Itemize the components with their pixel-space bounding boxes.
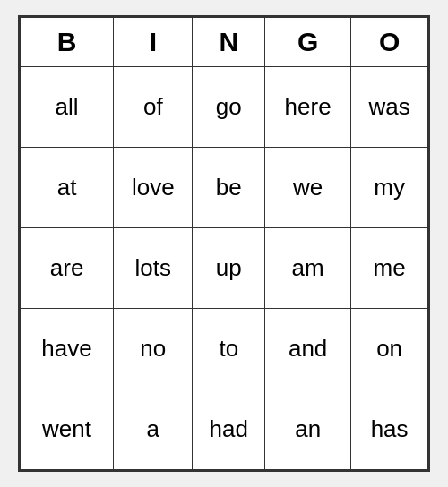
cell-1-1: love xyxy=(114,148,193,228)
cell-0-1: of xyxy=(114,67,193,148)
cell-4-0: went xyxy=(21,389,114,470)
cell-3-1: no xyxy=(114,309,193,389)
bingo-card: B I N G O allofgoherewasatlovebewemyarel… xyxy=(18,15,430,472)
header-b: B xyxy=(21,18,114,67)
table-row: allofgoherewas xyxy=(21,67,428,148)
cell-1-3: we xyxy=(265,148,351,228)
table-row: wentahadanhas xyxy=(21,389,428,470)
header-g: G xyxy=(265,18,351,67)
cell-2-0: are xyxy=(21,228,114,309)
bingo-table: B I N G O allofgoherewasatlovebewemyarel… xyxy=(20,17,428,470)
cell-3-2: to xyxy=(193,309,265,389)
cell-4-2: had xyxy=(193,389,265,470)
bingo-body: allofgoherewasatlovebewemyarelotsupammeh… xyxy=(21,67,428,470)
cell-1-4: my xyxy=(351,148,428,228)
cell-3-4: on xyxy=(351,309,428,389)
header-row: B I N G O xyxy=(21,18,428,67)
header-i: I xyxy=(114,18,193,67)
table-row: atlovebewemy xyxy=(21,148,428,228)
cell-1-2: be xyxy=(193,148,265,228)
table-row: havenotoandon xyxy=(21,309,428,389)
cell-0-0: all xyxy=(21,67,114,148)
cell-0-4: was xyxy=(351,67,428,148)
table-row: arelotsupamme xyxy=(21,228,428,309)
cell-4-3: an xyxy=(265,389,351,470)
cell-4-1: a xyxy=(114,389,193,470)
header-o: O xyxy=(351,18,428,67)
header-n: N xyxy=(193,18,265,67)
cell-0-2: go xyxy=(193,67,265,148)
cell-2-1: lots xyxy=(114,228,193,309)
cell-1-0: at xyxy=(21,148,114,228)
cell-0-3: here xyxy=(265,67,351,148)
cell-2-3: am xyxy=(265,228,351,309)
cell-4-4: has xyxy=(351,389,428,470)
cell-3-0: have xyxy=(21,309,114,389)
cell-2-2: up xyxy=(193,228,265,309)
cell-2-4: me xyxy=(351,228,428,309)
cell-3-3: and xyxy=(265,309,351,389)
